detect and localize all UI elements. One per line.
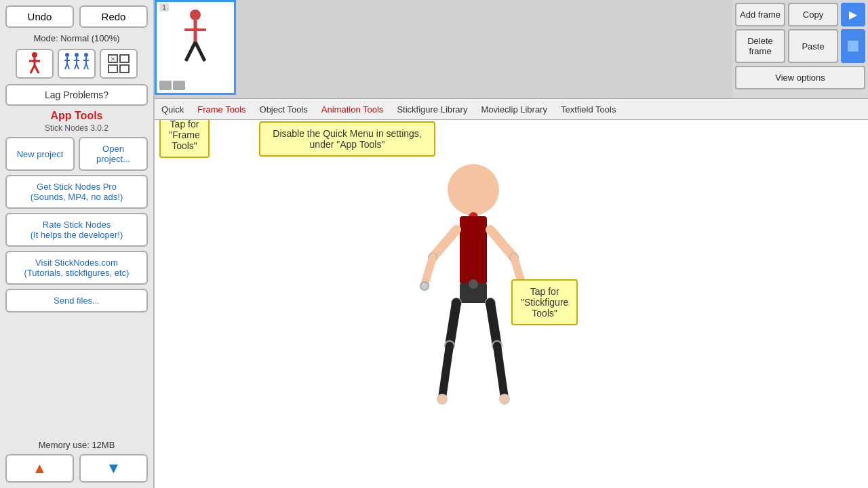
new-open-row: New project Openproject... xyxy=(5,137,148,171)
stickfigure-tools-tooltip: Tap for "Stickfigure Tools" xyxy=(511,279,578,325)
svg-point-42 xyxy=(420,282,429,290)
mode-text: Mode: Normal (100%) xyxy=(33,33,119,43)
frame-number: 1 xyxy=(159,3,169,12)
svg-rect-33 xyxy=(460,216,487,284)
svg-point-26 xyxy=(190,9,201,20)
top-right-panel: Add frame Copy ▶ Delete frame Paste View… xyxy=(732,0,868,98)
quick-menu-tooltip: Disable the Quick Menu in settings, unde… xyxy=(259,121,435,157)
svg-line-48 xyxy=(450,303,456,346)
frame-tools-tooltip-wrap: Tap for "Frame Tools" xyxy=(175,120,194,146)
tab-frame-tools[interactable]: Frame Tools xyxy=(196,102,247,117)
rate-button[interactable]: Rate Stick Nodes(It helps the developer!… xyxy=(5,213,148,247)
scroll-down-button[interactable]: ▼ xyxy=(79,454,148,483)
tab-animation-tools[interactable]: Animation Tools xyxy=(320,102,385,117)
frame-thumb-1[interactable]: 1 xyxy=(155,0,236,95)
svg-point-31 xyxy=(448,164,499,216)
svg-rect-23 xyxy=(120,65,129,73)
visit-button[interactable]: Visit StickNodes.com(Tutorials, stickfig… xyxy=(5,251,148,285)
multi-figure-icon[interactable] xyxy=(58,49,96,79)
version-text: Stick Nodes 3.0.2 xyxy=(45,123,108,133)
svg-rect-22 xyxy=(108,65,117,73)
svg-point-5 xyxy=(65,53,69,57)
paste-blue-button[interactable] xyxy=(841,29,865,63)
svg-line-4 xyxy=(35,65,39,73)
svg-line-36 xyxy=(433,230,456,258)
main-area: 1 Add xyxy=(155,0,868,488)
single-figure-icon[interactable] xyxy=(16,49,54,79)
stickfigure-tools-tooltip-wrap: Tap for "Stickfigure Tools" xyxy=(521,293,547,312)
undo-redo-row: Undo Redo xyxy=(5,5,148,28)
multi-figure-svg xyxy=(62,52,92,76)
svg-line-37 xyxy=(490,230,514,258)
svg-rect-21 xyxy=(120,55,129,62)
topbar: 1 Add xyxy=(155,0,868,98)
tab-object-tools[interactable]: Object Tools xyxy=(258,102,309,117)
frame-icon-1 xyxy=(159,81,172,90)
tab-textfield-tools[interactable]: Textfield Tools xyxy=(559,102,617,117)
scroll-up-button[interactable]: ▲ xyxy=(5,454,74,483)
undo-button[interactable]: Undo xyxy=(5,5,74,28)
sidebar: Undo Redo Mode: Normal (100%) xyxy=(0,0,155,488)
paste-blue-icon xyxy=(848,41,859,52)
svg-line-49 xyxy=(490,303,497,346)
svg-point-45 xyxy=(469,279,478,289)
mini-stickfigure xyxy=(175,7,216,75)
svg-point-15 xyxy=(84,53,88,57)
paste-button[interactable]: Paste xyxy=(788,29,838,63)
frame-icons-row xyxy=(157,79,234,93)
delete-paste-row: Delete frame Paste xyxy=(735,29,865,63)
svg-point-55 xyxy=(500,394,509,404)
frame-tools-tooltip: Tap for "Frame Tools" xyxy=(159,120,209,158)
arrow-row: ▲ ▼ xyxy=(5,454,148,483)
quick-menu-tooltip-wrap: Disable the Quick Menu in settings, unde… xyxy=(338,129,357,155)
tab-stickfigure-library[interactable]: Stickfigure Library xyxy=(395,102,469,117)
svg-point-0 xyxy=(32,52,37,58)
svg-line-40 xyxy=(425,258,433,285)
tab-movieclip-library[interactable]: Movieclip Library xyxy=(479,102,549,117)
svg-point-10 xyxy=(75,53,79,57)
svg-line-14 xyxy=(77,64,79,69)
get-pro-button[interactable]: Get Stick Nodes Pro(Sounds, MP4, no ads!… xyxy=(5,175,148,209)
svg-line-29 xyxy=(186,42,195,61)
copy-button[interactable]: Copy xyxy=(788,3,838,26)
add-frame-button[interactable]: Add frame xyxy=(735,3,785,26)
delete-frame-button[interactable]: Delete frame xyxy=(735,29,785,63)
svg-point-54 xyxy=(437,394,447,404)
tool-icon-row xyxy=(16,49,138,79)
grid-svg xyxy=(108,54,130,73)
app-tools-title: App Tools xyxy=(50,110,102,122)
frame-icon-2 xyxy=(173,81,185,90)
svg-line-19 xyxy=(86,64,88,69)
arrow-down-icon: ▼ xyxy=(106,460,121,477)
svg-line-9 xyxy=(67,64,69,69)
svg-line-3 xyxy=(31,65,35,73)
view-options-button[interactable]: View options xyxy=(735,66,865,89)
tab-quick[interactable]: Quick xyxy=(160,102,185,117)
grid-icon[interactable] xyxy=(100,49,138,79)
view-options-row: View options xyxy=(735,66,865,89)
svg-line-52 xyxy=(442,346,450,398)
open-project-button[interactable]: Openproject... xyxy=(79,137,148,171)
play-icon: ▶ xyxy=(849,8,857,21)
tabs-bar: Quick Frame Tools Object Tools Animation… xyxy=(155,98,868,120)
send-files-button[interactable]: Send files... xyxy=(5,289,148,312)
frame-figure xyxy=(157,2,234,79)
single-figure-svg xyxy=(24,52,45,76)
canvas-area[interactable]: Tap for "Frame Tools" Disable the Quick … xyxy=(155,120,868,488)
redo-button[interactable]: Redo xyxy=(79,5,148,28)
new-project-button[interactable]: New project xyxy=(5,137,75,171)
arrow-up-icon: ▲ xyxy=(33,460,47,477)
svg-line-53 xyxy=(497,346,505,398)
svg-line-30 xyxy=(195,42,205,61)
play-button[interactable]: ▶ xyxy=(841,3,865,26)
add-copy-row: Add frame Copy ▶ xyxy=(735,3,865,26)
lag-problems-button[interactable]: Lag Problems? xyxy=(5,84,148,106)
memory-text: Memory use: 12MB xyxy=(39,440,115,450)
frame-strip: 1 xyxy=(155,0,732,98)
